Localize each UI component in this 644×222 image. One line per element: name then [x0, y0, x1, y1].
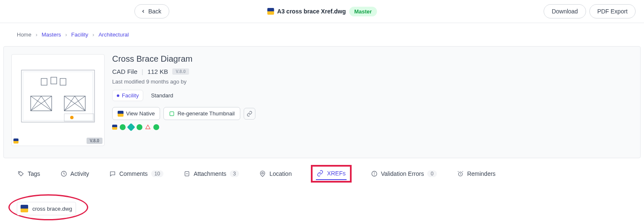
meta-row: CAD File | 112 KB V.8.0: [112, 68, 255, 75]
thumbnail-footer: V.8.0: [13, 138, 103, 144]
location-icon: [259, 170, 266, 177]
back-label: Back: [148, 8, 161, 15]
comment-icon: [109, 170, 116, 177]
dwg-file-icon: [267, 8, 274, 15]
tab-tags-label: Tags: [28, 170, 40, 177]
right-actions: Download PDF Export: [544, 4, 636, 18]
master-badge: Master: [349, 7, 377, 16]
svg-rect-15: [64, 114, 94, 121]
chip-row: Facility Standard: [112, 90, 255, 101]
status-diamond-icon: [127, 123, 135, 131]
xrefs-highlight: XREFs: [311, 165, 351, 183]
dwg-file-icon: [21, 205, 28, 212]
tab-validation[interactable]: Validation Errors 0: [370, 168, 438, 180]
view-native-label: View Native: [126, 110, 155, 117]
tab-activity[interactable]: Activity: [60, 168, 90, 180]
tab-xrefs-label: XREFs: [327, 170, 345, 177]
svg-point-18: [19, 172, 20, 173]
xref-filename: cross brace.dwg: [32, 206, 72, 212]
svg-rect-12: [41, 78, 47, 85]
tab-reminders-label: Reminders: [467, 170, 496, 177]
attachment-icon: [184, 170, 190, 177]
last-modified: Last modified 9 months ago by: [112, 78, 255, 85]
tab-location-label: Location: [269, 170, 292, 177]
tab-tags[interactable]: Tags: [17, 168, 41, 180]
breadcrumb-home[interactable]: Home: [17, 31, 32, 38]
cad-drawing-icon: [18, 67, 98, 125]
validation-count: 0: [427, 170, 437, 177]
detail-card: V.8.0 Cross Brace Diagram CAD File | 112…: [3, 46, 641, 158]
tab-validation-label: Validation Errors: [381, 170, 424, 177]
status-check-icon: [137, 124, 142, 130]
svg-point-21: [262, 172, 263, 174]
action-row: View Native Re-generate Thumbnail: [112, 107, 255, 120]
file-type: CAD File: [112, 68, 137, 75]
svg-line-6: [41, 96, 52, 111]
dwg-file-icon: [118, 111, 124, 117]
tab-comments-label: Comments: [119, 170, 148, 177]
chevron-left-icon: [141, 9, 146, 14]
thumbnail-wrapper: V.8.0: [11, 54, 105, 146]
file-size: 112 KB: [147, 68, 168, 75]
xref-area: cross brace.dwg: [0, 185, 644, 219]
status-check-icon: [120, 124, 126, 130]
svg-point-16: [70, 116, 74, 119]
svg-rect-17: [170, 112, 174, 115]
chevron-right-icon: ›: [65, 31, 67, 38]
version-badge: V.8.0: [172, 68, 189, 75]
attachments-count: 3: [230, 170, 239, 177]
tab-activity-label: Activity: [71, 170, 89, 177]
comments-count: 10: [151, 170, 163, 177]
chip-facility[interactable]: Facility: [112, 90, 143, 101]
tab-location[interactable]: Location: [258, 168, 292, 180]
svg-line-5: [31, 96, 41, 111]
svg-line-11: [75, 96, 85, 111]
tab-reminders[interactable]: Reminders: [456, 168, 497, 180]
status-warning-icon: [145, 124, 151, 130]
tag-icon: [18, 170, 24, 177]
tab-attachments-label: Attachments: [194, 170, 226, 177]
view-native-button[interactable]: View Native: [112, 107, 160, 120]
svg-rect-13: [51, 77, 57, 84]
link-icon: [247, 111, 252, 117]
svg-rect-14: [60, 78, 66, 85]
breadcrumb-facility[interactable]: Facility: [71, 31, 88, 38]
thumb-version-badge: V.8.0: [87, 138, 103, 144]
svg-line-10: [64, 96, 75, 111]
regen-label: Re-generate Thumbnail: [177, 110, 234, 117]
breadcrumb-architectural[interactable]: Architectural: [98, 31, 129, 38]
copy-link-button[interactable]: [244, 108, 255, 120]
chevron-right-icon: ›: [92, 31, 94, 38]
alarm-icon: [457, 170, 464, 177]
clock-icon: [60, 170, 67, 177]
status-check-icon: [153, 124, 159, 130]
separator: |: [142, 68, 143, 75]
svg-point-23: [374, 175, 374, 175]
regenerate-thumbnail-button[interactable]: Re-generate Thumbnail: [163, 107, 240, 120]
chip-standard: Standard: [147, 90, 177, 101]
tabs: Tags Activity Comments 10 Attachments 3 …: [0, 158, 644, 185]
pdf-export-button[interactable]: PDF Export: [589, 4, 636, 18]
alert-icon: [371, 170, 378, 177]
breadcrumb: Home › Masters › Facility › Architectura…: [0, 23, 644, 46]
breadcrumb-masters[interactable]: Masters: [42, 31, 61, 38]
link-icon: [317, 170, 323, 177]
thumbnail-image[interactable]: [13, 56, 103, 136]
xref-item[interactable]: cross brace.dwg: [17, 202, 76, 215]
title-center: A3 cross brace Xref.dwg Master: [267, 7, 377, 16]
dwg-file-icon: [13, 138, 18, 144]
topbar: Back A3 cross brace Xref.dwg Master Down…: [0, 0, 644, 23]
tab-xrefs[interactable]: XREFs: [316, 167, 346, 180]
tab-comments[interactable]: Comments 10: [108, 168, 164, 180]
chevron-right-icon: ›: [36, 31, 37, 38]
status-icons: [112, 124, 255, 130]
tab-attachments[interactable]: Attachments 3: [183, 168, 240, 180]
file-title: Cross Brace Diagram: [112, 54, 255, 64]
refresh-icon: [169, 111, 175, 117]
meta-panel: Cross Brace Diagram CAD File | 112 KB V.…: [112, 54, 255, 146]
dwg-file-icon: [112, 125, 117, 130]
download-button[interactable]: Download: [544, 4, 586, 18]
back-button[interactable]: Back: [134, 4, 169, 18]
page-filename: A3 cross brace Xref.dwg: [277, 8, 346, 15]
